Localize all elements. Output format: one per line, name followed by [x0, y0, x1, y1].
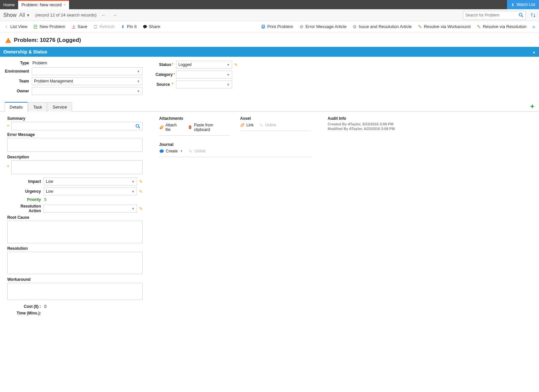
summary-input[interactable] [11, 122, 143, 130]
gear-icon [352, 24, 357, 29]
search-input[interactable] [465, 13, 519, 17]
pin-icon [121, 24, 125, 29]
status-dropdown[interactable]: Logged ▼ [176, 61, 232, 69]
share-icon [143, 24, 147, 29]
root-cause-label: Root Cause [7, 215, 143, 220]
search-icon[interactable] [135, 124, 140, 129]
chevron-down-icon: ▼ [180, 149, 183, 153]
tabs-row: Details Task Service + [0, 102, 539, 112]
journal-create-label: Create [166, 149, 178, 153]
toolbar-more-button[interactable]: » [532, 24, 535, 29]
print-icon [261, 24, 266, 29]
refresh-button[interactable]: Refresh [93, 24, 115, 29]
asset-unlink-button[interactable]: Unlink [259, 123, 276, 127]
pin-it-button[interactable]: Pin It [121, 24, 137, 29]
new-problem-button[interactable]: New Problem [33, 24, 65, 29]
impact-dropdown[interactable]: Low ▼ [44, 178, 137, 185]
impact-value: Low [46, 179, 53, 184]
attach-file-button[interactable]: Attach file [159, 123, 183, 132]
edit-icon[interactable]: ✎ [139, 179, 143, 184]
owner-dropdown[interactable]: ▼ [32, 87, 142, 95]
category-dropdown[interactable]: ▼ [176, 71, 232, 79]
workaround-textarea[interactable] [7, 283, 143, 300]
chevron-down-icon: ▼ [131, 190, 135, 193]
resolution-textarea[interactable] [7, 252, 143, 274]
next-record-button[interactable]: → [112, 13, 117, 18]
chevron-down-icon: ▼ [131, 207, 135, 211]
clipboard-icon [188, 125, 192, 130]
add-tab-button[interactable]: + [530, 102, 534, 111]
all-label: All [19, 12, 25, 18]
summary-label: Summary [7, 116, 143, 121]
resolution-label: Resolution [7, 246, 143, 251]
edit-icon[interactable]: ✎ [234, 62, 238, 67]
print-label: Print Problem [267, 24, 293, 29]
search-icon[interactable] [519, 13, 523, 17]
source-dropdown[interactable]: ▼ [176, 81, 232, 88]
svg-rect-19 [189, 126, 192, 129]
journal-unlink-button[interactable]: Unlink [188, 149, 205, 153]
urgency-dropdown[interactable]: Low ▼ [44, 187, 137, 195]
details-middle-column: Attachments Attach file Paste from clipb… [159, 116, 311, 315]
save-icon [71, 24, 76, 29]
save-button[interactable]: Save [71, 24, 88, 29]
tab-problem-record-label: Problem: New record [21, 2, 62, 7]
close-icon[interactable]: × [64, 3, 66, 7]
tab-details[interactable]: Details [5, 102, 28, 112]
resolve-resolution-button[interactable]: Resolve via Resolution [477, 24, 526, 29]
priority-value: 5 [44, 197, 47, 202]
share-button[interactable]: Share [143, 24, 161, 29]
journal-icon [159, 149, 164, 153]
collapse-icon[interactable]: ▲ [532, 50, 536, 54]
error-article-label: Error Message Article [305, 24, 346, 29]
prev-record-button[interactable]: ← [101, 13, 106, 18]
tab-service[interactable]: Service [48, 102, 72, 112]
page-title-bar: Problem: 10276 (Logged) [0, 32, 539, 47]
resolve-icon [418, 24, 422, 29]
asset-link-button[interactable]: Link [240, 123, 254, 127]
share-label: Share [149, 24, 161, 29]
tab-task[interactable]: Task [28, 102, 47, 112]
gear-icon [299, 24, 304, 29]
paste-clipboard-button[interactable]: Paste from clipboard [188, 123, 230, 132]
all-dropdown[interactable]: All ▼ [19, 12, 30, 18]
cost-value: 0 [44, 304, 47, 309]
impact-label: Impact [7, 179, 44, 184]
svg-line-1 [522, 16, 523, 17]
list-view-button[interactable]: ↑ List View [4, 24, 27, 29]
error-message-textarea[interactable] [7, 138, 143, 152]
workaround-label: Workaround [7, 277, 143, 282]
issue-article-button[interactable]: Issue and Resolution Article [352, 24, 412, 29]
error-article-button[interactable]: Error Message Article [299, 24, 346, 29]
resolution-action-dropdown[interactable]: ▼ [44, 205, 137, 212]
attach-file-label: Attach file [165, 123, 183, 132]
root-cause-textarea[interactable] [7, 221, 143, 243]
cost-label: Cost ($) : [7, 304, 44, 309]
tab-problem-record[interactable]: Problem: New record × [18, 0, 69, 9]
description-textarea[interactable] [11, 160, 143, 174]
new-problem-label: New Problem [40, 24, 65, 29]
unlink-icon [188, 149, 193, 153]
sort-icon[interactable] [530, 13, 536, 18]
list-view-label: List View [10, 24, 27, 29]
edit-icon[interactable]: ✎ [139, 206, 143, 211]
chevron-down-icon: ▼ [137, 89, 140, 93]
ownership-header-label: Ownership & Status [3, 49, 47, 54]
ownership-section-header[interactable]: Ownership & Status ▲ [0, 47, 539, 57]
journal-unlink-label: Unlink [195, 149, 205, 153]
print-problem-button[interactable]: Print Problem [261, 24, 293, 29]
required-marker: * [7, 164, 10, 174]
watch-list-label: Watch List [517, 2, 535, 7]
chevron-down-icon: ▼ [227, 63, 230, 67]
owner-label: Owner [5, 89, 32, 93]
svg-point-5 [143, 25, 147, 28]
resolve-workaround-button[interactable]: Resolve via Workaround [418, 24, 471, 29]
edit-icon[interactable]: ✎ [139, 189, 143, 194]
environment-dropdown[interactable]: ▼ [32, 67, 142, 75]
tab-home[interactable]: Home [0, 0, 18, 9]
refresh-label: Refresh [99, 24, 115, 29]
urgency-label: Urgency [7, 189, 44, 194]
watch-list-button[interactable]: Watch List [507, 0, 539, 9]
journal-create-button[interactable]: Create ▼ [159, 149, 183, 153]
team-dropdown[interactable]: Problem Management ▼ [32, 77, 142, 85]
